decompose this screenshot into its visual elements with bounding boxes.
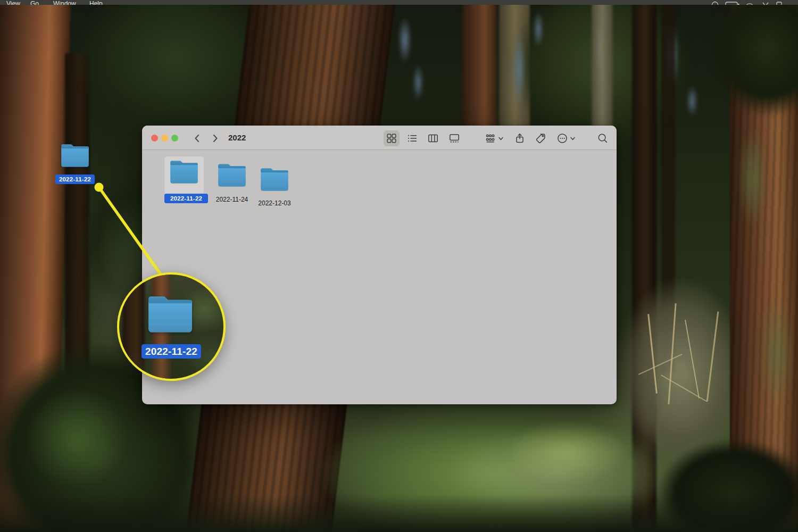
list-view-icon — [406, 132, 418, 144]
list-view-button[interactable] — [404, 130, 420, 146]
finder-window: 2022 — [142, 126, 617, 404]
menu-bar: View Go Window Help — [0, 0, 798, 5]
magnified-folder-icon — [146, 294, 195, 335]
share-button[interactable] — [512, 130, 528, 146]
minimize-button[interactable] — [161, 135, 168, 142]
folder-item[interactable]: 2022-12-03 — [256, 156, 293, 207]
menu-item-window[interactable]: Window — [53, 0, 76, 5]
folder-item[interactable]: 2022-11-24 — [213, 156, 251, 203]
share-icon — [514, 132, 526, 144]
back-button[interactable] — [191, 132, 204, 145]
desktop-folder-label: 2022-11-22 — [55, 174, 95, 184]
close-button[interactable] — [151, 135, 158, 142]
zoom-button[interactable] — [171, 135, 178, 142]
window-title: 2022 — [228, 133, 246, 142]
tags-button[interactable] — [533, 130, 548, 146]
gallery-view-icon — [448, 132, 460, 144]
folder-icon — [60, 143, 90, 169]
window-titlebar[interactable]: 2022 — [142, 126, 617, 150]
group-by-icon — [485, 132, 496, 144]
menu-item-help[interactable]: Help — [89, 0, 103, 5]
search-icon — [597, 132, 609, 144]
wifi-icon — [746, 4, 753, 5]
forward-button[interactable] — [209, 132, 221, 145]
folder-icon — [217, 162, 247, 188]
gallery-view-button[interactable] — [446, 130, 462, 146]
magnified-folder-label: 2022-11-22 — [142, 344, 201, 359]
chevron-left-icon — [192, 133, 203, 144]
desktop-folder[interactable]: 2022-11-22 — [54, 143, 96, 184]
ellipsis-circle-icon — [556, 132, 568, 144]
folder-label: 2022-12-03 — [256, 200, 293, 207]
folder-item[interactable]: 2022-11-22 — [164, 156, 204, 203]
folder-icon — [169, 159, 200, 185]
menu-item-go[interactable]: Go — [30, 0, 39, 5]
menubar-status-icons[interactable] — [708, 1, 798, 5]
callout-magnifier: 2022-11-22 — [117, 272, 226, 381]
column-view-button[interactable] — [425, 130, 441, 146]
group-by-button[interactable] — [480, 130, 508, 146]
column-view-icon — [427, 132, 439, 144]
tag-icon — [535, 132, 546, 144]
folder-icon — [259, 167, 290, 193]
chevron-right-icon — [210, 133, 220, 144]
folder-label: 2022-11-22 — [164, 194, 208, 203]
window-content[interactable]: 2022-11-22 2022-11-24 2022-12-03 — [142, 150, 617, 404]
icon-view-icon — [386, 132, 397, 144]
chevron-down-icon — [570, 136, 576, 142]
chevron-down-icon — [498, 136, 504, 142]
control-center-icon — [712, 2, 718, 5]
more-actions-button[interactable] — [552, 130, 580, 146]
folder-label: 2022-11-24 — [213, 196, 251, 203]
icon-view-button[interactable] — [384, 130, 400, 146]
battery-icon — [726, 2, 737, 5]
search-button[interactable] — [595, 130, 611, 146]
spotlight-icon — [763, 3, 768, 5]
menu-item-view[interactable]: View — [6, 0, 20, 5]
